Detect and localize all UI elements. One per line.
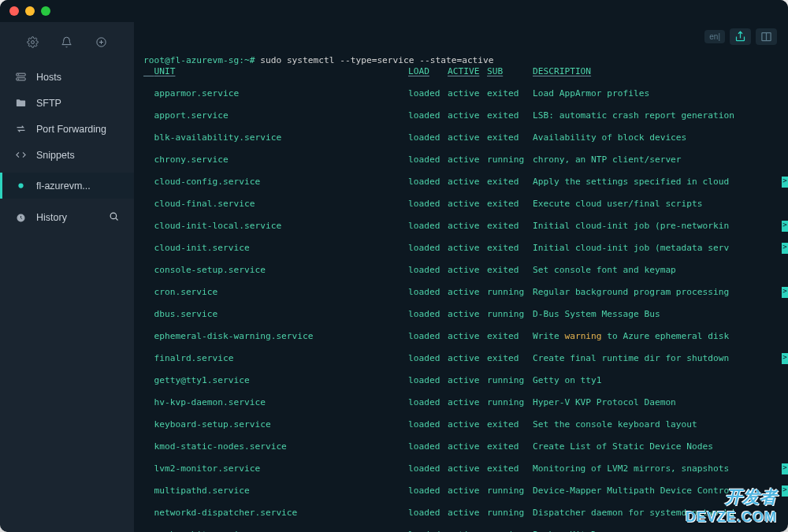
bell-icon[interactable] [61,36,72,51]
svg-point-10 [18,183,23,188]
swap-icon [14,123,27,135]
service-row: kmod-static-nodes.serviceloadedactiveexi… [143,441,779,452]
svg-rect-6 [16,73,24,76]
code-icon [14,149,27,161]
service-row: keyboard-setup.serviceloadedactiveexited… [143,419,779,430]
sidebar-label: Hosts [36,72,61,83]
sidebar-label: History [36,212,67,223]
service-row: ephemeral-disk-warning.serviceloadedacti… [143,331,779,342]
service-row: lvm2-monitor.serviceloadedactiveexitedMo… [143,463,779,474]
table-header: UNITLOADACTIVESUBDESCRIPTION [143,66,779,77]
sidebar-label: SFTP [36,98,61,109]
service-row: cloud-init.serviceloadedactiveexitedInit… [143,243,779,254]
terminal-output[interactable]: root@fl-azurevm-sg:~# sudo systemctl --t… [134,22,788,532]
service-row: dbus.serviceloadedactiverunningD-Bus Sys… [143,309,779,320]
traffic-lights [9,6,50,16]
svg-point-2 [32,41,35,44]
service-row: cloud-config.serviceloadedactiveexitedAp… [143,177,779,188]
terminal-icon [14,180,27,192]
add-icon[interactable] [95,36,107,51]
service-row: apparmor.serviceloadedactiveexitedLoad A… [143,88,779,99]
minimize-icon[interactable] [25,6,35,16]
clock-icon [14,212,27,224]
close-icon[interactable] [9,6,19,16]
folder-icon [14,97,27,109]
sidebar-label: Port Forwarding [36,124,106,135]
svg-line-13 [116,218,118,221]
service-row: hv-kvp-daemon.serviceloadedactiverunning… [143,397,779,408]
service-row: blk-availability.serviceloadedactiveexit… [143,132,779,143]
maximize-icon[interactable] [41,6,50,16]
sidebar-label: Snippets [36,150,75,161]
service-row: console-setup.serviceloadedactiveexitedS… [143,265,779,276]
svg-rect-7 [16,78,24,80]
service-row: cloud-final.serviceloadedactiveexitedExe… [143,199,779,210]
sidebar-item-snippets[interactable]: Snippets [0,142,134,168]
service-row: apport.serviceloadedactiveexitedLSB: aut… [143,110,779,121]
sidebar-item-portfwd[interactable]: Port Forwarding [0,116,134,142]
search-icon[interactable] [108,210,120,225]
service-row: finalrd.serviceloadedactiveexitedCreate … [143,353,779,364]
settings-icon[interactable] [27,36,39,51]
sidebar: Hosts SFTP Port Forwarding Snippets fl-a… [0,22,134,532]
svg-point-12 [110,213,117,219]
sidebar-item-hosts[interactable]: Hosts [0,64,134,90]
service-row: multipathd.serviceloadedactiverunningDev… [143,485,779,497]
sidebar-item-session[interactable]: fl-azurevm... [0,173,134,199]
sidebar-label: fl-azurevm... [36,180,91,192]
svg-point-8 [18,74,19,75]
service-row: cloud-init-local.serviceloadedactiveexit… [143,221,779,232]
service-row: getty@tty1.serviceloadedactiverunningGet… [143,375,779,386]
app-window: en| Hosts SFTP Port Forward [0,0,788,532]
hosts-icon [14,71,27,83]
svg-point-9 [18,79,19,80]
service-row: cron.serviceloadedactiverunningRegular b… [143,287,779,298]
prompt: root@fl-azurevm-sg:~# sudo systemctl --t… [143,55,494,65]
sidebar-item-history[interactable]: History [0,203,134,232]
service-row: chrony.serviceloadedactiverunningchrony,… [143,154,779,166]
sidebar-item-sftp[interactable]: SFTP [0,90,134,116]
titlebar[interactable] [0,0,788,22]
service-row: networkd-dispatcher.serviceloadedactiver… [143,508,779,519]
